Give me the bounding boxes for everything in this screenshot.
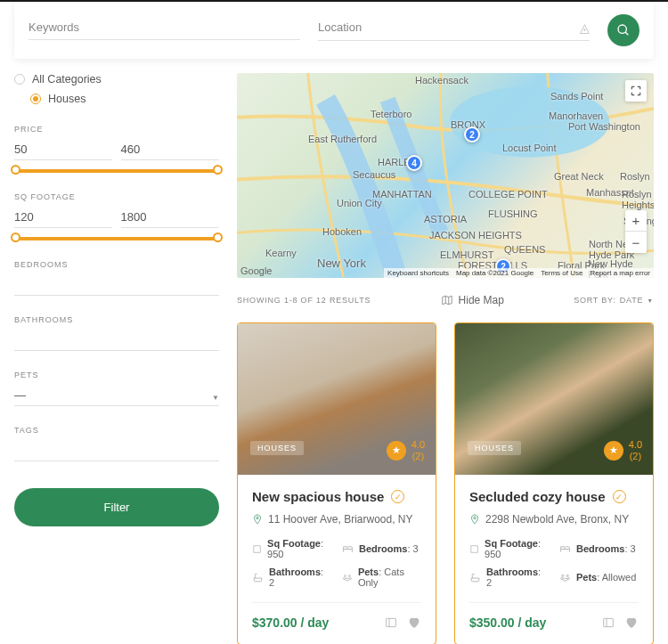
- listing-price: $350.00 / day: [469, 615, 546, 630]
- rating-text: 4.0(2): [411, 439, 425, 462]
- svg-point-3: [257, 517, 259, 519]
- map-terms[interactable]: Terms of Use: [541, 269, 582, 277]
- sqft-min[interactable]: 120: [14, 210, 112, 228]
- search-bar: ◬: [14, 2, 654, 59]
- verified-icon: ✓: [613, 490, 626, 503]
- pets-select[interactable]: — ▼: [14, 388, 219, 406]
- radio-icon: [14, 74, 25, 85]
- svg-point-6: [348, 575, 350, 576]
- meta-bedrooms: Bedrooms: 3: [559, 538, 639, 559]
- map[interactable]: HackensackTeterboroEast RutherfordSecauc…: [237, 73, 654, 278]
- meta-bathrooms: Bathrooms: 2: [469, 567, 549, 588]
- listing-image: HOUSES ★ 4.0(2): [455, 323, 653, 475]
- map-pin[interactable]: 2: [464, 126, 480, 143]
- svg-point-7: [343, 577, 345, 579]
- pets-icon: [342, 572, 353, 583]
- locate-icon[interactable]: ◬: [580, 20, 590, 35]
- zoom-in-button[interactable]: +: [625, 210, 647, 232]
- compare-icon[interactable]: [601, 615, 615, 630]
- heart-icon[interactable]: [407, 615, 421, 630]
- search-button[interactable]: [607, 14, 639, 46]
- location-input[interactable]: [318, 20, 580, 34]
- map-report[interactable]: Report a map error: [590, 269, 650, 277]
- map-pin[interactable]: 4: [406, 155, 422, 171]
- sqft-inputs: 120 1800: [14, 210, 219, 228]
- map-label: COLLEGE POINT: [468, 189, 548, 200]
- heart-icon[interactable]: [624, 615, 639, 630]
- sqft-icon: [252, 543, 262, 555]
- card-body: New spacious house ✓ 11 Hoover Ave, Bria…: [238, 475, 436, 644]
- sqft-max[interactable]: 1800: [121, 210, 219, 228]
- google-logo: Google: [240, 265, 272, 276]
- price-slider[interactable]: [14, 169, 219, 173]
- map-label: ELMHURST: [440, 249, 494, 260]
- map-fullscreen-button[interactable]: [625, 80, 647, 102]
- svg-rect-10: [387, 618, 396, 626]
- category-all[interactable]: All Categories: [14, 73, 219, 86]
- filters-sidebar: All Categories Houses PRICE 50 460 SQ FO…: [14, 73, 219, 644]
- bedrooms-input[interactable]: [14, 278, 219, 296]
- sqft-slider[interactable]: [14, 237, 219, 240]
- title-row: New spacious house ✓: [252, 489, 421, 504]
- bath-icon: [469, 572, 481, 583]
- chevron-down-icon: ▼: [647, 298, 654, 304]
- map-label: New York: [317, 257, 366, 270]
- slider-thumb-left[interactable]: [11, 232, 20, 242]
- svg-line-1: [625, 32, 628, 35]
- map-label: ASTORIA: [424, 214, 467, 224]
- slider-thumb-left[interactable]: [11, 165, 20, 175]
- map-label: Roslyn Heights: [622, 189, 654, 210]
- category-label: All Categories: [32, 73, 102, 86]
- rating: ★ 4.0(2): [604, 439, 642, 462]
- map-label: Secaucus: [353, 169, 395, 180]
- rating: ★ 4.0(2): [387, 439, 425, 462]
- verified-icon: ✓: [391, 490, 404, 503]
- listing-cards: HOUSES ★ 4.0(2) New spacious house ✓ 11 …: [237, 322, 654, 644]
- card-actions: [384, 615, 421, 630]
- map-label: FLUSHING: [488, 208, 538, 219]
- results-count: SHOWING 1-8 OF 12 RESULTS: [237, 296, 371, 305]
- slider-thumb-right[interactable]: [213, 232, 223, 242]
- price-inputs: 50 460: [14, 143, 219, 160]
- svg-point-5: [344, 575, 346, 576]
- listing-address[interactable]: 11 Hoover Ave, Briarwood, NY: [252, 513, 421, 526]
- filter-button[interactable]: Filter: [14, 488, 219, 526]
- bath-icon: [252, 572, 264, 583]
- listing-meta: Sq Footage: 950 Bedrooms: 3 Bathrooms: 2…: [469, 538, 639, 588]
- zoom-out-button[interactable]: −: [625, 232, 647, 253]
- bathrooms-label: BATHROOMS: [14, 315, 219, 324]
- category-houses[interactable]: Houses: [30, 93, 219, 105]
- price-max[interactable]: 460: [121, 143, 219, 160]
- listing-card[interactable]: HOUSES ★ 4.0(2) New spacious house ✓ 11 …: [237, 322, 436, 644]
- listing-title[interactable]: Secluded cozy house: [469, 489, 606, 504]
- price-label: PRICE: [14, 125, 219, 134]
- bed-icon: [559, 543, 571, 555]
- listing-price: $370.00 / day: [252, 615, 329, 630]
- slider-thumb-right[interactable]: [213, 165, 223, 175]
- compare-icon[interactable]: [384, 615, 398, 630]
- map-label: Hoboken: [322, 226, 362, 237]
- bathrooms-input[interactable]: [14, 333, 219, 351]
- price-min[interactable]: 50: [14, 143, 112, 160]
- map-label: Sands Point: [550, 91, 603, 102]
- map-label: MANHATTAN: [372, 189, 432, 200]
- map-label: QUEENS: [504, 244, 545, 255]
- map-label: Locust Point: [502, 143, 557, 153]
- hide-map-button[interactable]: Hide Map: [441, 294, 504, 306]
- card-footer: $370.00 / day: [252, 602, 421, 630]
- bed-icon: [342, 543, 354, 555]
- star-icon: ★: [604, 441, 623, 461]
- category-badge: HOUSES: [468, 441, 521, 455]
- tags-input[interactable]: [14, 444, 219, 461]
- map-icon: [441, 294, 453, 306]
- content: All Categories Houses PRICE 50 460 SQ FO…: [0, 59, 668, 644]
- radio-icon: [30, 94, 41, 104]
- map-shortcuts[interactable]: Keyboard shortcuts: [387, 269, 449, 277]
- keywords-input[interactable]: [29, 20, 300, 34]
- listing-address[interactable]: 2298 Newbold Ave, Bronx, NY: [469, 513, 639, 526]
- sort-select[interactable]: SORT BY: DATE ▼: [574, 296, 654, 305]
- sqft-label: SQ FOOTAGE: [14, 192, 219, 201]
- listing-card[interactable]: HOUSES ★ 4.0(2) Secluded cozy house ✓ 22…: [454, 322, 654, 644]
- listing-title[interactable]: New spacious house: [252, 489, 384, 504]
- meta-bedrooms: Bedrooms: 3: [342, 538, 421, 559]
